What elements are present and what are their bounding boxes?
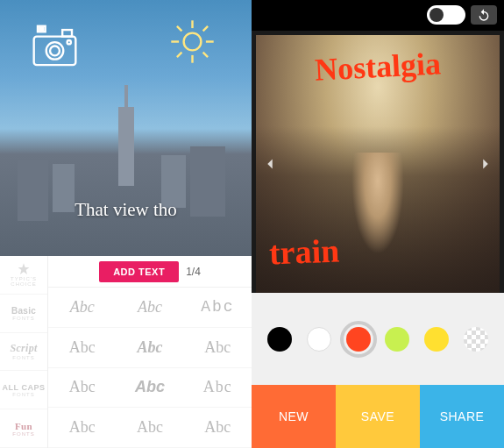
- font-option[interactable]: Abc: [116, 368, 183, 409]
- photo-preview-left[interactable]: That view tho: [0, 0, 252, 256]
- color-swatch-white[interactable]: [307, 327, 331, 352]
- new-button[interactable]: NEW: [252, 385, 336, 448]
- sidebar-label: FONTS: [12, 355, 34, 360]
- sidebar-item-basic-fonts[interactable]: Basic FONTS: [0, 295, 47, 333]
- skyline: [0, 129, 252, 256]
- sidebar-label: Basic: [11, 306, 36, 316]
- sun-sticker-icon[interactable]: [168, 18, 217, 66]
- mode-toggle[interactable]: [427, 5, 465, 25]
- color-swatch-red[interactable]: [346, 327, 371, 352]
- svg-point-1: [46, 42, 64, 60]
- font-option[interactable]: Abc: [116, 288, 183, 328]
- color-swatch-yellow[interactable]: [424, 327, 449, 352]
- action-button-row: NEW SAVE SHARE: [252, 385, 504, 448]
- sidebar-label: Script: [10, 342, 37, 355]
- sidebar-label: CHOICE: [11, 281, 36, 287]
- font-option[interactable]: Abc: [116, 408, 183, 448]
- svg-line-13: [177, 26, 182, 32]
- photo-text-overlay[interactable]: That view tho: [0, 199, 252, 221]
- font-option[interactable]: Abc: [48, 368, 116, 409]
- sidebar-label: FONTS: [12, 431, 34, 437]
- sidebar-item-script-fonts[interactable]: Script FONTS: [0, 333, 47, 372]
- top-toolbar: [252, 0, 504, 31]
- next-arrow-icon[interactable]: [476, 154, 495, 174]
- font-option[interactable]: Abc: [184, 368, 252, 409]
- svg-point-8: [184, 33, 202, 51]
- color-picker-row: [252, 293, 504, 385]
- sidebar-item-typics-choice[interactable]: TYPIC'S CHOICE: [0, 256, 47, 295]
- font-option[interactable]: Abc: [48, 408, 116, 448]
- font-option[interactable]: Abc: [184, 328, 252, 368]
- left-screen: That view tho TYPIC'S CHOICE Basic FONTS…: [0, 0, 252, 448]
- photo-preview-right[interactable]: Nostalgia train: [256, 35, 500, 293]
- color-swatch-lime[interactable]: [385, 327, 409, 352]
- camera-sticker-icon[interactable]: [26, 22, 83, 70]
- sidebar-label: FONTS: [12, 316, 34, 321]
- font-option[interactable]: Abc: [116, 328, 183, 368]
- font-grid: Abc Abc Abc Abc Abc Abc Abc Abc Abc Abc …: [48, 288, 252, 448]
- handwritten-text-bottom[interactable]: train: [268, 231, 340, 273]
- svg-line-16: [177, 53, 182, 58]
- save-button[interactable]: SAVE: [336, 385, 420, 448]
- prev-arrow-icon[interactable]: [260, 154, 280, 174]
- share-button[interactable]: SHARE: [420, 385, 504, 448]
- svg-rect-3: [62, 30, 72, 37]
- add-text-row: ADD TEXT 1/4: [48, 256, 252, 288]
- sidebar-label: ALL CAPS: [3, 383, 46, 392]
- undo-button[interactable]: [471, 5, 497, 25]
- color-swatch-transparent[interactable]: [464, 327, 488, 352]
- text-counter: 1/4: [186, 266, 201, 278]
- sidebar-label: Fun: [15, 421, 32, 431]
- font-option[interactable]: Abc: [48, 288, 116, 328]
- svg-line-15: [203, 26, 209, 32]
- font-option[interactable]: Abc: [184, 408, 252, 448]
- sidebar-item-allcaps-fonts[interactable]: ALL CAPS FONTS: [0, 371, 47, 409]
- font-option[interactable]: Abc: [184, 288, 252, 328]
- sidebar-item-fun-fonts[interactable]: Fun FONTS: [0, 409, 47, 448]
- building-tower: [118, 107, 134, 186]
- svg-point-2: [50, 46, 60, 56]
- font-category-sidebar: TYPIC'S CHOICE Basic FONTS Script FONTS …: [0, 256, 48, 448]
- font-grid-area: ADD TEXT 1/4 Abc Abc Abc Abc Abc Abc Abc…: [48, 256, 252, 448]
- sidebar-label: FONTS: [12, 392, 34, 397]
- right-screen: Nostalgia train NEW SAVE SHARE: [252, 0, 504, 448]
- font-picker-panel: TYPIC'S CHOICE Basic FONTS Script FONTS …: [0, 256, 252, 448]
- person-foreground: [347, 153, 408, 267]
- color-swatch-black[interactable]: [267, 327, 292, 352]
- font-option[interactable]: Abc: [48, 328, 116, 368]
- svg-point-7: [67, 40, 71, 44]
- svg-line-14: [203, 53, 209, 58]
- add-text-button[interactable]: ADD TEXT: [99, 261, 179, 282]
